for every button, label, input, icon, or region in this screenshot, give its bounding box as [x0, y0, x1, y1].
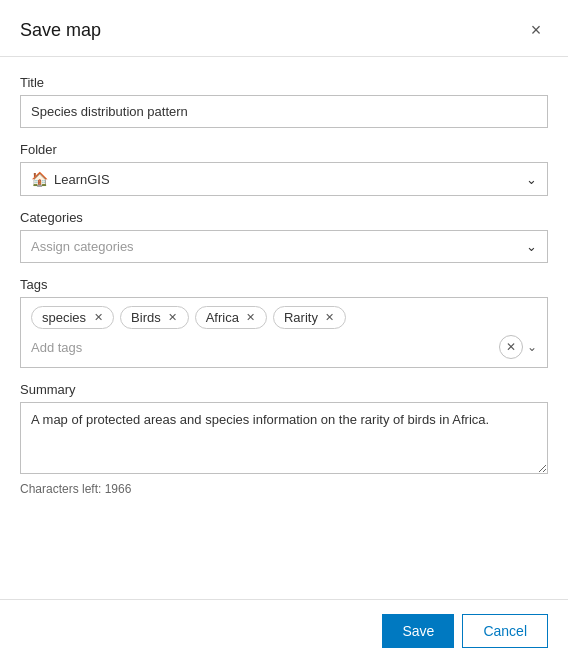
folder-label: Folder: [20, 142, 548, 157]
categories-field-group: Categories Assign categories ⌄: [20, 210, 548, 263]
folder-value: LearnGIS: [54, 172, 110, 187]
categories-label: Categories: [20, 210, 548, 225]
title-input[interactable]: [20, 95, 548, 128]
title-label: Title: [20, 75, 548, 90]
dialog-header: Save map ×: [0, 0, 568, 57]
tag-birds-label: Birds: [131, 310, 161, 325]
tag-birds: Birds ✕: [120, 306, 189, 329]
tags-row: species ✕ Birds ✕ Africa ✕ Rarity ✕: [31, 306, 537, 329]
chevron-down-icon: ⌄: [526, 239, 537, 254]
tags-container: species ✕ Birds ✕ Africa ✕ Rarity ✕: [20, 297, 548, 368]
folder-field-group: Folder 🏠 LearnGIS ⌄: [20, 142, 548, 196]
save-map-dialog: Save map × Title Folder 🏠 LearnGIS ⌄ Cat…: [0, 0, 568, 662]
categories-dropdown[interactable]: Assign categories ⌄: [20, 230, 548, 263]
tag-rarity: Rarity ✕: [273, 306, 346, 329]
tag-rarity-remove[interactable]: ✕: [323, 311, 337, 325]
add-tags-text[interactable]: Add tags: [31, 340, 82, 355]
dialog-body: Title Folder 🏠 LearnGIS ⌄ Categories Ass…: [0, 57, 568, 599]
tag-africa-label: Africa: [206, 310, 239, 325]
tags-dropdown-button[interactable]: ⌄: [527, 340, 537, 354]
dialog-footer: Save Cancel: [0, 599, 568, 662]
folder-dropdown[interactable]: 🏠 LearnGIS ⌄: [20, 162, 548, 196]
tag-species: species ✕: [31, 306, 114, 329]
cancel-button[interactable]: Cancel: [462, 614, 548, 648]
summary-field-group: Summary A map of protected areas and spe…: [20, 382, 548, 496]
tags-actions: Add tags ✕ ⌄: [31, 335, 537, 359]
tag-rarity-label: Rarity: [284, 310, 318, 325]
tag-species-label: species: [42, 310, 86, 325]
summary-textarea[interactable]: A map of protected areas and species inf…: [20, 402, 548, 474]
tags-clear-button[interactable]: ✕: [499, 335, 523, 359]
save-button[interactable]: Save: [382, 614, 454, 648]
tags-label: Tags: [20, 277, 548, 292]
summary-label: Summary: [20, 382, 548, 397]
title-field-group: Title: [20, 75, 548, 128]
chevron-down-icon: ⌄: [526, 172, 537, 187]
tag-africa: Africa ✕: [195, 306, 267, 329]
tag-birds-remove[interactable]: ✕: [166, 311, 180, 325]
tag-africa-remove[interactable]: ✕: [244, 311, 258, 325]
close-button[interactable]: ×: [524, 18, 548, 42]
tags-field-group: Tags species ✕ Birds ✕ Africa ✕: [20, 277, 548, 368]
folder-icon: 🏠: [31, 171, 48, 187]
char-count: Characters left: 1966: [20, 482, 548, 496]
categories-placeholder: Assign categories: [31, 239, 134, 254]
dialog-title: Save map: [20, 20, 101, 41]
tag-species-remove[interactable]: ✕: [91, 311, 105, 325]
